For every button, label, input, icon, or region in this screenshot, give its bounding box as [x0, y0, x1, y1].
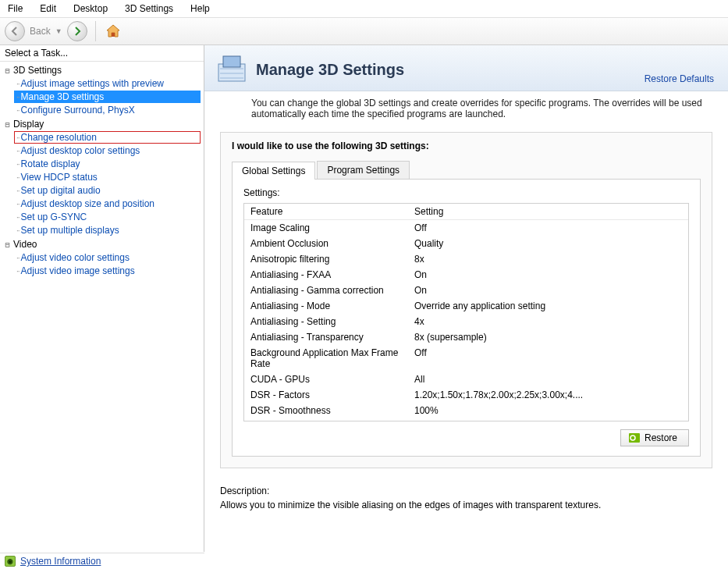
forward-button[interactable]	[67, 21, 87, 41]
cell-setting: 1.20x;1.50x;1.78x;2.00x;2.25x;3.00x;4...…	[414, 389, 682, 400]
sidebar-item[interactable]: ··Adjust image settings with preview	[14, 77, 201, 90]
tree-branch-icon: ··	[16, 106, 20, 115]
cell-feature: Background Application Max Frame Rate	[250, 347, 414, 369]
table-row[interactable]: Background Application Max Frame RateOff	[244, 345, 688, 372]
menu-bar: File Edit Desktop 3D Settings Help	[0, 0, 728, 18]
tree-branch-icon: ··	[16, 133, 20, 142]
table-row[interactable]: Ambient OcclusionQuality	[244, 236, 688, 251]
back-label: Back	[30, 26, 51, 37]
header-icon	[215, 53, 248, 86]
sidebar-item[interactable]: ··Adjust video image settings	[14, 265, 201, 277]
home-button[interactable]	[104, 22, 123, 41]
sidebar-item[interactable]: ··Adjust desktop size and position	[14, 197, 201, 210]
tree-group-label[interactable]: ⊟Display	[3, 118, 201, 130]
menu-3d-settings[interactable]: 3D Settings	[122, 2, 176, 16]
tree-branch-icon: ··	[16, 173, 20, 182]
cell-setting: On	[414, 269, 682, 280]
cell-feature: Antialiasing - Transparency	[250, 332, 414, 343]
sidebar-item[interactable]: ··Change resolution	[14, 131, 201, 144]
system-info-icon: ◉	[5, 556, 16, 567]
table-row[interactable]: Image ScalingOff	[244, 220, 688, 236]
cell-setting: On	[414, 285, 682, 296]
table-header-row: Feature Setting	[244, 204, 688, 220]
description-label: Description:	[220, 485, 712, 496]
sidebar-item-label: Adjust video color settings	[21, 252, 130, 263]
tree-branch-icon: ··	[16, 187, 20, 195]
tree-branch-icon: ··	[16, 200, 20, 208]
svg-rect-0	[112, 33, 115, 37]
sidebar-item[interactable]: ··Set up G-SYNC	[14, 211, 201, 223]
settings-panel: I would like to use the following 3D set…	[220, 132, 712, 468]
tree-branch-icon: ··	[16, 93, 20, 101]
tree-group-text: 3D Settings	[13, 65, 62, 76]
tree-toggle-icon[interactable]: ⊟	[3, 120, 12, 129]
panel-title: I would like to use the following 3D set…	[232, 140, 701, 151]
description-block: Description: Allows you to minimize the …	[220, 485, 712, 510]
tree-branch-icon: ··	[16, 160, 20, 169]
settings-scroll[interactable]: Feature Setting Image ScalingOffAmbient …	[244, 204, 688, 421]
cell-feature: CUDA - GPUs	[250, 374, 414, 385]
settings-table: Feature Setting Image ScalingOffAmbient …	[243, 203, 689, 421]
cell-setting: 8x (supersample)	[414, 332, 682, 343]
cell-feature: Image Scaling	[250, 222, 414, 233]
sidebar-item[interactable]: ··Set up multiple displays	[14, 224, 201, 236]
sidebar-item[interactable]: ··Adjust desktop color settings	[14, 144, 201, 157]
sidebar-item-label: Set up G-SYNC	[21, 212, 87, 222]
table-row[interactable]: Anisotropic filtering8x	[244, 251, 688, 267]
column-feature: Feature	[250, 206, 414, 217]
back-dropdown-icon[interactable]: ▼	[55, 27, 62, 35]
tab-body: Settings: Feature Setting Image ScalingO…	[232, 180, 701, 457]
tree-branch-icon: ··	[16, 147, 20, 155]
tree-group-label[interactable]: ⊟3D Settings	[3, 64, 201, 76]
table-row[interactable]: DSR - Smoothness100%	[244, 403, 688, 418]
sidebar-item-label: Rotate display	[21, 158, 80, 169]
cell-feature: Antialiasing - Mode	[250, 301, 414, 311]
tree-group-label[interactable]: ⊟Video	[3, 238, 201, 251]
sidebar-item[interactable]: ··Rotate display	[14, 158, 201, 170]
tab-global-settings[interactable]: Global Settings	[232, 162, 315, 180]
table-row[interactable]: Antialiasing - ModeOverride any applicat…	[244, 298, 688, 314]
sidebar-item-label: Manage 3D settings	[21, 91, 105, 102]
menu-help[interactable]: Help	[187, 2, 213, 16]
column-setting: Setting	[414, 206, 682, 217]
tree-group-text: Video	[13, 239, 37, 250]
sidebar-item[interactable]: ··Manage 3D settings	[14, 91, 201, 103]
task-sidebar: Select a Task... ⊟3D Settings··Adjust im…	[0, 45, 204, 552]
cell-setting: Off	[414, 222, 682, 233]
sidebar-item[interactable]: ··Adjust video color settings	[14, 251, 201, 264]
menu-file[interactable]: File	[5, 2, 26, 16]
description-text: Allows you to minimize the visible alias…	[220, 500, 712, 510]
page-header: Manage 3D Settings Restore Defaults	[204, 45, 728, 91]
table-row[interactable]: CUDA - GPUsAll	[244, 372, 688, 387]
sidebar-item-label: Adjust desktop size and position	[21, 198, 154, 209]
settings-label: Settings:	[243, 187, 689, 198]
table-row[interactable]: Antialiasing - Transparency8x (supersamp…	[244, 329, 688, 345]
cell-setting: All	[414, 374, 682, 385]
tree-branch-icon: ··	[16, 254, 20, 262]
tree-toggle-icon[interactable]: ⊟	[3, 240, 12, 249]
sidebar-item-label: View HDCP status	[21, 172, 98, 183]
sidebar-item[interactable]: ··View HDCP status	[14, 171, 201, 183]
cell-feature: Antialiasing - FXAA	[250, 269, 414, 280]
table-row[interactable]: Antialiasing - Setting4x	[244, 314, 688, 329]
back-button[interactable]	[5, 21, 25, 41]
cell-setting: 100%	[414, 405, 682, 416]
restore-button[interactable]: Restore	[620, 429, 689, 446]
sidebar-item[interactable]: ··Set up digital audio	[14, 184, 201, 197]
sidebar-item-label: Adjust video image settings	[21, 265, 135, 276]
table-row[interactable]: Antialiasing - Gamma correctionOn	[244, 283, 688, 298]
restore-defaults-link[interactable]: Restore Defaults	[645, 73, 714, 84]
sidebar-item[interactable]: ··Configure Surround, PhysX	[14, 104, 201, 116]
sidebar-item-label: Configure Surround, PhysX	[21, 105, 135, 116]
system-information-link[interactable]: System Information	[20, 556, 101, 567]
table-row[interactable]: Antialiasing - FXAAOn	[244, 267, 688, 283]
menu-desktop[interactable]: Desktop	[70, 2, 111, 16]
table-row[interactable]: DSR - Factors1.20x;1.50x;1.78x;2.00x;2.2…	[244, 387, 688, 403]
page-title: Manage 3D Settings	[256, 61, 645, 79]
intro-text: You can change the global 3D settings an…	[204, 91, 728, 127]
tree-toggle-icon[interactable]: ⊟	[3, 66, 12, 75]
nvidia-icon	[629, 433, 640, 443]
tab-program-settings[interactable]: Program Settings	[317, 161, 410, 179]
cell-feature: DSR - Smoothness	[250, 405, 414, 416]
menu-edit[interactable]: Edit	[37, 2, 59, 16]
